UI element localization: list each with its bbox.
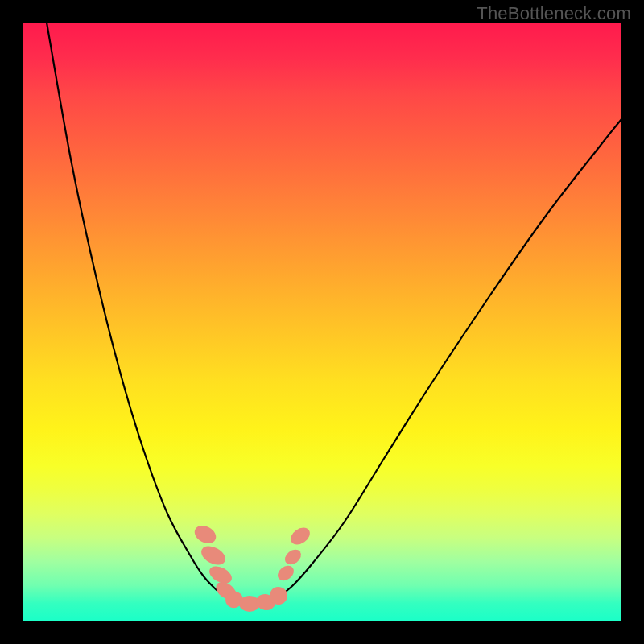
- bead-10: [287, 524, 313, 548]
- plot-area: [23, 23, 621, 621]
- frame: TheBottleneck.com: [0, 0, 644, 644]
- curve-path: [47, 23, 621, 602]
- bead-0: [192, 522, 219, 547]
- watermark-text: TheBottleneck.com: [477, 3, 631, 24]
- curve-beads: [192, 522, 313, 612]
- bead-8: [275, 563, 296, 584]
- bead-1: [198, 543, 229, 569]
- bottleneck-curve: [23, 23, 621, 621]
- bead-9: [282, 547, 303, 568]
